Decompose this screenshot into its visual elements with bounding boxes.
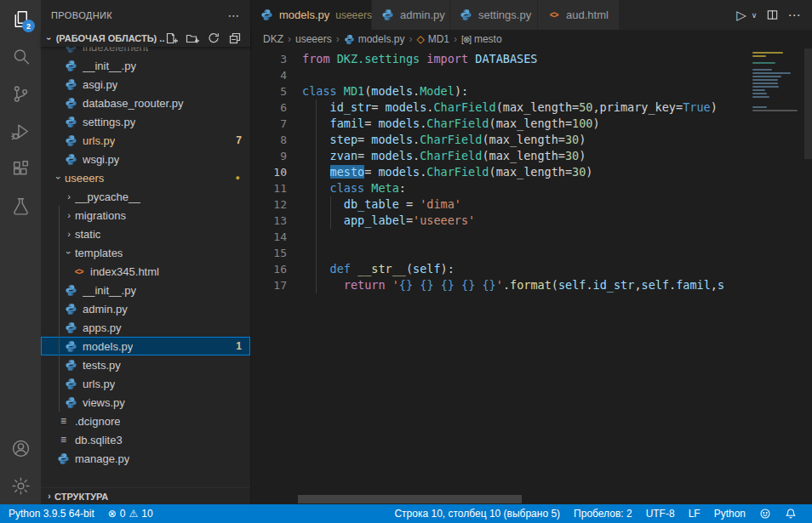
activity-item-search[interactable]: [0, 37, 41, 75]
code-line-content: db_table = 'dima': [287, 196, 461, 213]
new-folder-icon[interactable]: [186, 31, 199, 45]
status-indentation[interactable]: Пробелов: 2: [567, 504, 639, 523]
status-eol[interactable]: LF: [682, 504, 707, 523]
tree-item-db-sqlite3[interactable]: ≡db.sqlite3: [41, 430, 250, 449]
collapse-all-icon[interactable]: [228, 31, 242, 45]
main-layout: 2 ПРОВОДНИК ⋯ › (РАБОЧАЯ ОБЛАСТЬ) ... in…: [0, 0, 812, 504]
tree-item-wsgi-py[interactable]: wsgi.py: [41, 150, 250, 168]
python-icon: [64, 358, 78, 372]
minimap-line: [752, 62, 775, 64]
breadcrumb-item-useeers[interactable]: useeers: [295, 33, 332, 45]
activity-item-source-control[interactable]: [0, 75, 41, 112]
tree-item-label: migrations: [75, 209, 126, 222]
line-number: 10: [251, 164, 287, 180]
tree-item-tests-py[interactable]: tests.py: [41, 355, 250, 374]
status-language-mode[interactable]: Python: [707, 504, 752, 523]
code-line-content: [287, 67, 302, 83]
activity-item-run-debug[interactable]: [0, 112, 41, 150]
gear-icon: [10, 475, 31, 497]
activity-bar-top: 2: [0, 0, 41, 225]
tree-item-models-py[interactable]: models.py1: [41, 337, 250, 355]
bell-icon[interactable]: [778, 504, 803, 523]
python-icon: [64, 134, 78, 147]
tree-item-label: apps.py: [83, 321, 122, 334]
chevron-right-icon: ›: [63, 191, 75, 202]
new-file-icon[interactable]: [164, 31, 178, 45]
tab-description: useeers: [335, 9, 372, 21]
more-actions-icon[interactable]: ⋯: [785, 6, 803, 25]
split-editor-icon[interactable]: [763, 6, 781, 25]
status-problems[interactable]: ⊗0⚠10: [101, 504, 160, 523]
line-number: 17: [251, 277, 287, 293]
breadcrumb-item-dkz[interactable]: DKZ: [263, 33, 283, 45]
line-number: 9: [251, 148, 287, 164]
tree-item-label: database_roouter.py: [83, 97, 184, 110]
refresh-icon[interactable]: [207, 31, 220, 45]
activity-item-extensions[interactable]: [0, 150, 41, 187]
tree-item-useeers[interactable]: ›useeers●: [41, 168, 250, 187]
status-cursor-position[interactable]: Строка 10, столбец 10 (выбрано 5): [394, 504, 567, 523]
tree-item-urls-py[interactable]: urls.py: [41, 374, 250, 393]
run-dropdown-icon[interactable]: ∨: [749, 6, 759, 25]
code-line: 7 famil= models.CharField(max_length=100…: [251, 116, 812, 132]
status-encoding[interactable]: UTF-8: [639, 504, 682, 523]
outline-title: СТРУКТУРА: [54, 492, 108, 502]
tree-item-label: admin.py: [83, 303, 128, 316]
selected-text: mesto: [330, 165, 365, 179]
breadcrumb-label: DKZ: [263, 33, 283, 45]
breadcrumb-item-models-py[interactable]: models.py: [344, 33, 405, 45]
source-control-icon: [10, 83, 31, 105]
tree-item-database-roouter-py[interactable]: database_roouter.py: [41, 94, 250, 112]
error-count: 0: [120, 508, 126, 520]
debug-icon: [10, 121, 31, 142]
beaker-icon: [10, 196, 31, 217]
tree-item-asgi-py[interactable]: asgi.py: [41, 75, 250, 94]
tab-settings-py[interactable]: settings.py: [450, 0, 538, 30]
tree-item-views-py[interactable]: views.py: [41, 393, 250, 412]
tree-item-migrations[interactable]: ›migrations: [41, 206, 250, 225]
tree-item-settings-py[interactable]: settings.py: [41, 112, 250, 131]
activity-item-account[interactable]: [0, 429, 41, 467]
editor-group: models.pyuseeers1✕admin.pysettings.py<>a…: [251, 0, 812, 504]
tree-item-admin-py[interactable]: admin.py: [41, 299, 250, 318]
sidebar-more-actions-icon[interactable]: ⋯: [228, 9, 240, 22]
tree-item-init-py[interactable]: __init__.py: [41, 281, 250, 299]
tree-item-init-py[interactable]: __init__.py: [41, 56, 250, 75]
feedback-icon[interactable]: [752, 504, 778, 523]
tree-item-label: urls.py: [83, 134, 115, 147]
tree-item-pycache[interactable]: ›__pycache__: [41, 187, 250, 206]
vertical-scrollbar[interactable]: [804, 48, 812, 159]
activity-item-manage[interactable]: [0, 467, 41, 504]
tree-item-index345-html[interactable]: <>index345.html: [41, 262, 250, 281]
outline-section-header[interactable]: › СТРУКТУРА: [41, 487, 250, 504]
workspace-title: (РАБОЧАЯ ОБЛАСТЬ) ...: [56, 33, 164, 43]
horizontal-scrollbar[interactable]: [298, 495, 522, 503]
status-python-interpreter[interactable]: Python 3.9.5 64-bit: [9, 504, 101, 523]
run-icon[interactable]: ▷: [732, 6, 751, 25]
tab-models-py[interactable]: models.pyuseeers1✕: [251, 0, 372, 30]
python-icon: [64, 47, 78, 54]
python-icon: [64, 59, 78, 72]
breadcrumb-label: MD1: [428, 33, 449, 45]
tab-admin-py[interactable]: admin.py: [372, 0, 450, 30]
breadcrumb-item-mesto[interactable]: [⊗]mesto: [461, 33, 502, 45]
tree-item-manage-py[interactable]: manage.py: [41, 449, 250, 468]
tree-item-templates[interactable]: ›templates: [41, 243, 250, 262]
tree-item-dcignore[interactable]: ≡.dcignore: [41, 412, 250, 430]
breadcrumb-separator-icon: ›: [286, 33, 293, 45]
breadcrumb-item-md1[interactable]: ◇MD1: [416, 33, 449, 45]
tree-item-apps-py[interactable]: apps.py: [41, 318, 250, 337]
tree-item-static[interactable]: ›static: [41, 225, 250, 243]
warning-icon: ⚠: [129, 508, 138, 520]
tree-item-indexelement[interactable]: indexelement: [41, 47, 250, 56]
tree-item-urls-py[interactable]: urls.py7: [41, 131, 250, 150]
minimap[interactable]: [750, 49, 804, 160]
breadcrumb-separator-icon: ›: [452, 33, 459, 45]
tab-aud-html[interactable]: <>aud.html: [538, 0, 620, 30]
code-editor[interactable]: 3from DKZ.settings import DATABASES45cla…: [251, 48, 812, 504]
workspace-section-header[interactable]: › (РАБОЧАЯ ОБЛАСТЬ) ...: [41, 30, 250, 47]
minimap-line: [752, 82, 778, 84]
activity-item-testing[interactable]: [0, 187, 41, 225]
explorer-sidebar: ПРОВОДНИК ⋯ › (РАБОЧАЯ ОБЛАСТЬ) ... inde…: [41, 0, 251, 504]
activity-item-explorer[interactable]: 2: [0, 0, 41, 37]
